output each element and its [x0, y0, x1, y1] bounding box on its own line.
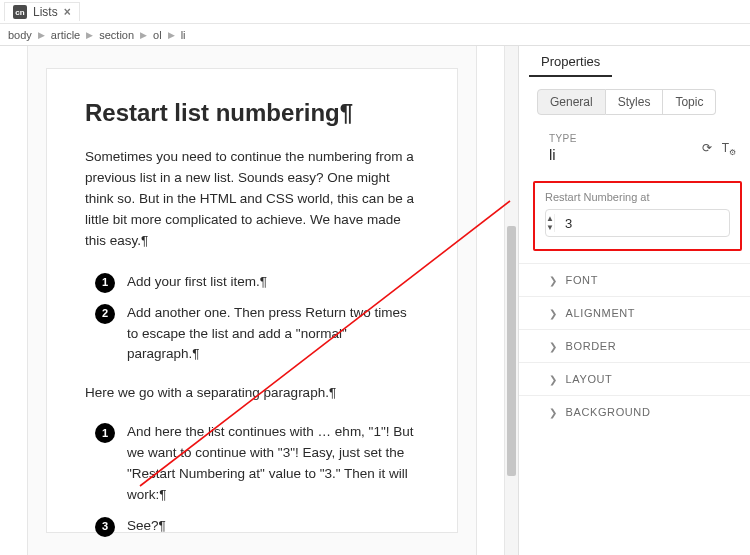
tab-styles[interactable]: Styles — [606, 89, 664, 115]
restart-numbering-section: Restart Numbering at ▲ ▼ — [533, 181, 742, 251]
doc-paragraph[interactable]: Sometimes you need to continue the numbe… — [85, 147, 419, 252]
accordion-label: LAYOUT — [566, 373, 613, 385]
tab-topic[interactable]: Topic — [663, 89, 716, 115]
accordion-label: FONT — [566, 274, 598, 286]
accordion-label: BACKGROUND — [566, 406, 651, 418]
accordion-label: ALIGNMENT — [566, 307, 636, 319]
chevron-right-icon: ▶ — [86, 30, 93, 40]
stepper-up-icon[interactable]: ▲ — [546, 214, 554, 223]
doc-heading[interactable]: Restart list numbering¶ — [85, 99, 419, 127]
editor-scrollbar[interactable] — [504, 46, 518, 555]
doc-paragraph[interactable]: Here we go with a separating paragraph.¶ — [85, 383, 419, 404]
accordion-border[interactable]: ❯ BORDER — [519, 329, 750, 362]
properties-panel: Properties General Styles Topic TYPE li … — [518, 46, 750, 555]
list-number-badge: 1 — [95, 273, 115, 293]
chevron-right-icon: ▶ — [38, 30, 45, 40]
list-number-badge: 1 — [95, 423, 115, 443]
restart-numbering-field[interactable] — [555, 216, 730, 231]
editor-gutter — [0, 46, 28, 555]
accordion-font[interactable]: ❯ FONT — [519, 263, 750, 296]
chevron-right-icon: ❯ — [549, 275, 558, 286]
scrollbar-thumb[interactable] — [507, 226, 516, 476]
file-type-icon: cn — [13, 5, 27, 19]
type-section: TYPE li ⟳ T⚙ — [519, 129, 750, 171]
breadcrumb-item[interactable]: section — [99, 29, 134, 41]
panel-title: Properties — [529, 46, 612, 77]
editor-pane: Restart list numbering¶ Sometimes you ne… — [0, 46, 518, 555]
file-tab-label: Lists — [33, 5, 58, 19]
breadcrumb: body ▶ article ▶ section ▶ ol ▶ li — [0, 24, 750, 46]
breadcrumb-item[interactable]: li — [181, 29, 186, 41]
list-item-text: And here the list continues with … ehm, … — [127, 422, 419, 506]
breadcrumb-item[interactable]: body — [8, 29, 32, 41]
accordion-background[interactable]: ❯ BACKGROUND — [519, 395, 750, 428]
breadcrumb-item[interactable]: article — [51, 29, 80, 41]
tab-general[interactable]: General — [537, 89, 606, 115]
chevron-right-icon: ❯ — [549, 341, 558, 352]
breadcrumb-item[interactable]: ol — [153, 29, 162, 41]
list-item[interactable]: 1 And here the list continues with … ehm… — [85, 422, 419, 506]
panel-tab-bar: General Styles Topic — [519, 77, 750, 129]
chevron-right-icon: ❯ — [549, 308, 558, 319]
chevron-right-icon: ❯ — [549, 374, 558, 385]
accordion-label: BORDER — [566, 340, 617, 352]
text-type-icon[interactable]: T⚙ — [722, 141, 736, 157]
document-area[interactable]: Restart list numbering¶ Sometimes you ne… — [28, 46, 476, 555]
accordion-layout[interactable]: ❯ LAYOUT — [519, 362, 750, 395]
list-number-badge: 3 — [95, 517, 115, 537]
refresh-icon[interactable]: ⟳ — [702, 141, 712, 157]
list-item-text: Add your first list item.¶ — [127, 272, 419, 293]
accordion-alignment[interactable]: ❯ ALIGNMENT — [519, 296, 750, 329]
chevron-right-icon: ▶ — [168, 30, 175, 40]
number-stepper[interactable]: ▲ ▼ — [546, 214, 555, 232]
file-tab[interactable]: cn Lists × — [4, 2, 80, 21]
restart-numbering-input[interactable]: ▲ ▼ — [545, 209, 730, 237]
list-item-text: See?¶ — [127, 516, 419, 537]
chevron-right-icon: ▶ — [140, 30, 147, 40]
restart-numbering-label: Restart Numbering at — [545, 191, 730, 203]
close-icon[interactable]: × — [64, 5, 71, 19]
file-tabs-bar: cn Lists × — [0, 0, 750, 24]
stepper-down-icon[interactable]: ▼ — [546, 223, 554, 232]
list-number-badge: 2 — [95, 304, 115, 324]
list-item[interactable]: 2 Add another one. Then press Return two… — [85, 303, 419, 366]
list-item[interactable]: 3 See?¶ — [85, 516, 419, 537]
list-item[interactable]: 1 Add your first list item.¶ — [85, 272, 419, 293]
list-item-text: Add another one. Then press Return two t… — [127, 303, 419, 366]
editor-gutter — [476, 46, 504, 555]
chevron-right-icon: ❯ — [549, 407, 558, 418]
